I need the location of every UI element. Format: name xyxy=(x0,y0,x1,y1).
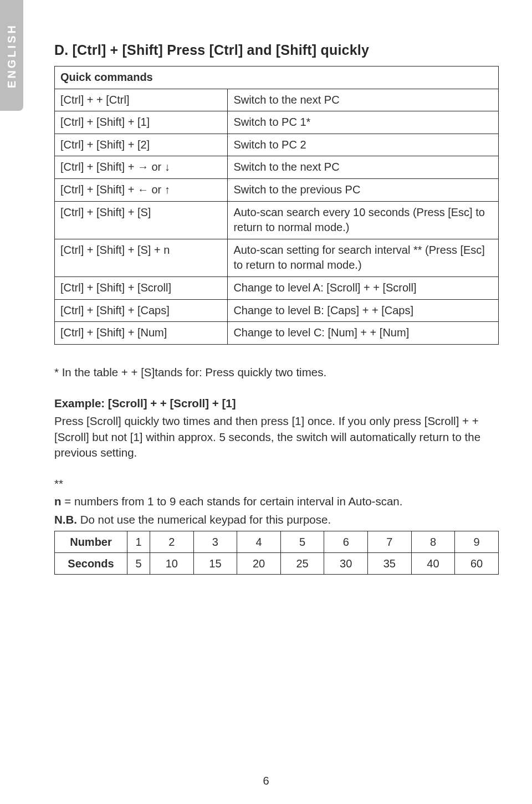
example-title: Example: [Scroll] + + [Scroll] + [1] xyxy=(54,397,236,409)
nb-label: N.B. xyxy=(54,513,77,526)
cell: 4 xyxy=(237,531,281,552)
cell: 40 xyxy=(411,552,455,574)
table-row: [Ctrl] + [Shift] + [S]Auto-scan search e… xyxy=(55,201,499,239)
table-row: [Ctrl] + [Shift] + [Num]Change to level … xyxy=(55,322,499,345)
cell: 7 xyxy=(368,531,412,552)
quick-commands-table: Quick commands [Ctrl] + + [Ctrl]Switch t… xyxy=(54,66,499,345)
page-content: D. [Ctrl] + [Shift] Press [Ctrl] and [Sh… xyxy=(0,0,532,804)
row-label: Number xyxy=(55,531,127,552)
cmd-key: [Ctrl] + [Shift] + → or ↓ xyxy=(55,156,228,179)
table-header-row: Quick commands xyxy=(55,66,499,89)
cmd-val: Switch to PC 2 xyxy=(228,134,499,156)
cell: 3 xyxy=(193,531,237,552)
cmd-val: Change to level C: [Num] + + [Num] xyxy=(228,322,499,345)
table-row: [Ctrl] + [Shift] + ← or ↑Switch to the p… xyxy=(55,178,499,201)
cmd-key: [Ctrl] + [Shift] + [2] xyxy=(55,134,228,156)
cmd-key: [Ctrl] + [Shift] + [Scroll] xyxy=(55,276,228,299)
row-label: Seconds xyxy=(55,552,127,574)
cell: 25 xyxy=(280,552,324,574)
cell: 20 xyxy=(237,552,281,574)
cmd-val: Auto-scan setting for search interval **… xyxy=(228,239,499,276)
cell: 60 xyxy=(455,552,499,574)
cell: 8 xyxy=(411,531,455,552)
cell: 2 xyxy=(150,531,194,552)
table-row: [Ctrl] + + [Ctrl]Switch to the next PC xyxy=(55,89,499,111)
cmd-val: Switch to PC 1* xyxy=(228,111,499,134)
example-body: Press [Scroll] quickly two times and the… xyxy=(54,413,499,460)
interval-table: Number 1 2 3 4 5 6 7 8 9 Seconds 5 10 15… xyxy=(54,531,499,575)
cmd-val: Change to level A: [Scroll] + + [Scroll] xyxy=(228,276,499,299)
cmd-val: Switch to the previous PC xyxy=(228,178,499,201)
cmd-val: Switch to the next PC xyxy=(228,89,499,111)
cmd-key: [Ctrl] + [Shift] + [Num] xyxy=(55,322,228,345)
cmd-key: [Ctrl] + [Shift] + ← or ↑ xyxy=(55,178,228,201)
cell: 5 xyxy=(280,531,324,552)
section-title: D. [Ctrl] + [Shift] Press [Ctrl] and [Sh… xyxy=(54,42,499,58)
table-row: [Ctrl] + [Shift] + → or ↓Switch to the n… xyxy=(55,156,499,179)
cell: 30 xyxy=(324,552,368,574)
cmd-key: [Ctrl] + [Shift] + [S] + n xyxy=(55,239,228,276)
table-row: [Ctrl] + [Shift] + [Caps]Change to level… xyxy=(55,299,499,322)
cmd-val: Auto-scan search every 10 seconds (Press… xyxy=(228,201,499,239)
footnote-double-star: ** xyxy=(54,476,499,491)
cell: 15 xyxy=(193,552,237,574)
cmd-val: Change to level B: [Caps] + + [Caps] xyxy=(228,299,499,322)
table-row: [Ctrl] + [Shift] + [1]Switch to PC 1* xyxy=(55,111,499,134)
page-number: 6 xyxy=(0,775,532,787)
table-header: Quick commands xyxy=(55,66,499,89)
cmd-key: [Ctrl] + [Shift] + [S] xyxy=(55,201,228,239)
nb-text: Do not use the numerical keypad for this… xyxy=(77,513,331,526)
table-row: [Ctrl] + [Shift] + [Scroll]Change to lev… xyxy=(55,276,499,299)
cell: 1 xyxy=(127,531,150,552)
cell: 10 xyxy=(150,552,194,574)
cell: 5 xyxy=(127,552,150,574)
cmd-key: [Ctrl] + + [Ctrl] xyxy=(55,89,228,111)
cmd-key: [Ctrl] + [Shift] + [1] xyxy=(55,111,228,134)
n-symbol: n xyxy=(54,495,62,508)
footnote-star: * In the table + + [S]tands for: Press q… xyxy=(54,365,499,380)
cell: 6 xyxy=(324,531,368,552)
cmd-key: [Ctrl] + [Shift] + [Caps] xyxy=(55,299,228,322)
table-row: Number 1 2 3 4 5 6 7 8 9 xyxy=(55,531,499,552)
n-definition: = numbers from 1 to 9 each stands for ce… xyxy=(62,495,403,508)
cell: 35 xyxy=(368,552,412,574)
table-row: Seconds 5 10 15 20 25 30 35 40 60 xyxy=(55,552,499,574)
cmd-val: Switch to the next PC xyxy=(228,156,499,179)
table-row: [Ctrl] + [Shift] + [2]Switch to PC 2 xyxy=(55,134,499,156)
table-row: [Ctrl] + [Shift] + [S] + nAuto-scan sett… xyxy=(55,239,499,276)
cell: 9 xyxy=(455,531,499,552)
